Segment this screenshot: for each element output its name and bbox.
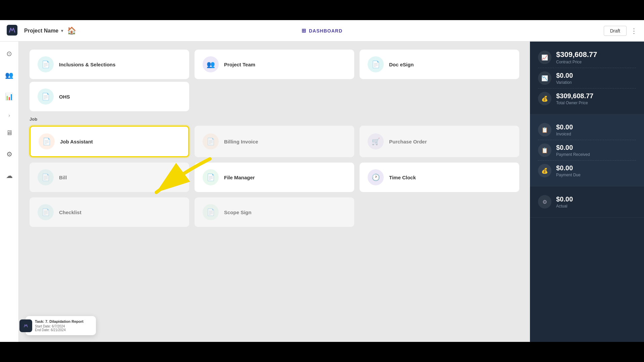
- draft-button[interactable]: Draft: [604, 26, 627, 36]
- sidebar-icon-settings[interactable]: ⚙: [3, 147, 16, 161]
- tile-label-doc-esign: Doc eSign: [389, 62, 414, 67]
- tile-checklist[interactable]: 📄 Checklist: [30, 197, 189, 227]
- tile-icon-bg: 📄: [38, 56, 54, 72]
- variation-label: Variation: [556, 80, 573, 85]
- chevron-down-icon: ▾: [61, 28, 63, 33]
- sidebar-icon-analytics[interactable]: ⊙: [3, 47, 16, 60]
- esign-icon: 📄: [372, 60, 380, 68]
- payment-received-amount: $0.00: [556, 144, 590, 152]
- total-owner-price-label: Total Owner Price: [556, 101, 593, 105]
- tile-label-bill: Bill: [59, 175, 67, 180]
- tile-purchase-order[interactable]: 🛒 Purchase Order: [360, 126, 519, 157]
- tile-label-billing-invoice: Billing Invoice: [224, 139, 258, 144]
- home-icon[interactable]: 🏠: [67, 26, 76, 35]
- dashboard-label: DASHBOARD: [309, 28, 342, 34]
- contract-price-icon: 📈: [538, 51, 551, 64]
- total-owner-price-amount: $309,608.77: [556, 92, 593, 100]
- tile-label-file-manager: File Manager: [224, 175, 255, 180]
- sidebar-icon-team[interactable]: 👥: [3, 68, 16, 82]
- dashboard-button[interactable]: ⊞ DASHBOARD: [302, 27, 342, 34]
- tile-icon-bg: 🛒: [368, 133, 384, 149]
- variation-amount: $0.00: [556, 72, 573, 79]
- tile-project-team[interactable]: 👥 Project Team: [195, 50, 354, 79]
- task-tooltip: Task: 7. Dilapidation Report Start Date:…: [25, 316, 96, 335]
- tile-scope-sign[interactable]: 📄 Scope Sign: [195, 197, 354, 227]
- dashboard-grid-icon: ⊞: [302, 27, 306, 34]
- tile-icon-bg: 📄: [368, 56, 384, 72]
- tile-icon-bg: 🕐: [368, 169, 384, 185]
- invoiced-amount: $0.00: [556, 123, 573, 131]
- contract-price-info: $309,608.77 Contract Price: [556, 50, 597, 64]
- tile-job-assistant[interactable]: 📄 Job Assistant: [30, 126, 189, 157]
- main-layout: ⊙ 👥 📊 › 🖥 ⚙ ☁: [0, 42, 644, 342]
- tile-ohs[interactable]: 📄 OHS: [30, 82, 189, 111]
- total-owner-price-row: 💰 $309,608.77 Total Owner Price: [538, 88, 636, 109]
- payment-received-row: 📋 $0.00 Payment Received: [538, 140, 636, 160]
- tile-label-ohs: OHS: [59, 94, 70, 100]
- job-assistant-icon: 📄: [43, 137, 51, 145]
- chart-icon: 📊: [5, 93, 13, 101]
- actual-info: $0.00 Actual: [556, 195, 573, 208]
- tile-label-purchase-order: Purchase Order: [389, 139, 427, 144]
- tile-label-inclusions: Inclusions & Selections: [59, 62, 115, 67]
- invoiced-label: Invoiced: [556, 132, 573, 136]
- tile-icon-bg: 📄: [203, 169, 219, 185]
- sidebar-icon-cloud[interactable]: ☁: [3, 169, 16, 182]
- project-name-button[interactable]: Project Name ▾: [24, 28, 63, 34]
- project-name-label: Project Name: [24, 28, 58, 34]
- cloud-icon: ☁: [6, 172, 13, 180]
- ohs-icon: 📄: [42, 93, 50, 101]
- task-start-date: Start Date: 6/7/2024: [35, 324, 84, 328]
- tile-file-manager[interactable]: 📄 File Manager: [195, 163, 354, 192]
- invoiced-row: 📋 $0.00 Invoiced: [538, 120, 636, 140]
- tile-icon-bg: 📄: [39, 133, 55, 149]
- task-end-date: End Date: 6/21/2024: [35, 328, 84, 332]
- actual-label: Actual: [556, 204, 573, 208]
- tile-icon-bg: 👥: [203, 56, 219, 72]
- payment-due-amount: $0.00: [556, 164, 581, 172]
- payment-due-row: 💰 $0.00 Payment Due: [538, 160, 636, 181]
- invoiced-card: 📋 $0.00 Invoiced 📋 $0.00 Payment Receive…: [530, 114, 644, 186]
- actual-row: ⚙ $0.00 Actual: [538, 192, 636, 212]
- billing-icon: 📄: [207, 137, 215, 145]
- section-documents: 📄 Inclusions & Selections 👥 Project Team…: [30, 50, 519, 79]
- job-section-label: Job: [30, 117, 519, 122]
- total-owner-price-info: $309,608.77 Total Owner Price: [556, 92, 593, 105]
- analytics-icon: ⊙: [6, 50, 12, 58]
- tile-label-checklist: Checklist: [59, 209, 82, 215]
- total-price-icon: 💰: [538, 92, 551, 105]
- payment-received-icon: 📋: [538, 143, 551, 157]
- clock-icon: 🕐: [372, 173, 380, 181]
- invoiced-icon: 📋: [538, 123, 551, 136]
- file-manager-icon: 📄: [207, 173, 215, 181]
- tile-billing-invoice[interactable]: 📄 Billing Invoice: [195, 126, 354, 157]
- main-content: 📄 Inclusions & Selections 👥 Project Team…: [19, 42, 530, 342]
- variation-info: $0.00 Variation: [556, 72, 573, 85]
- more-options-button[interactable]: ⋮: [631, 27, 637, 35]
- scope-sign-icon: 📄: [207, 208, 215, 216]
- tile-doc-esign[interactable]: 📄 Doc eSign: [360, 50, 519, 79]
- variation-row: 📉 $0.00 Variation: [538, 68, 636, 88]
- task-name: Task: 7. Dilapidation Report: [35, 319, 84, 323]
- sidebar-expand-button[interactable]: ›: [8, 113, 10, 118]
- task-tooltip-info: Task: 7. Dilapidation Report Start Date:…: [35, 319, 84, 332]
- document-icon: 📄: [42, 60, 50, 68]
- tile-label-job-assistant: Job Assistant: [60, 139, 93, 144]
- cart-icon: 🛒: [372, 137, 380, 145]
- team-icon: 👥: [207, 60, 215, 68]
- sidebar-icon-chart[interactable]: 📊: [3, 90, 16, 103]
- contract-price-top: 📈 $309,608.77 Contract Price: [538, 47, 636, 68]
- sidebar-icon-monitor[interactable]: 🖥: [3, 126, 16, 139]
- tile-time-clock[interactable]: 🕐 Time Clock: [360, 163, 519, 192]
- right-finance-panel: 📈 $309,608.77 Contract Price 📉 $0.00 Var…: [530, 42, 644, 342]
- tile-label-time-clock: Time Clock: [389, 175, 416, 180]
- contract-price-label: Contract Price: [556, 60, 597, 64]
- tile-inclusions-selections[interactable]: 📄 Inclusions & Selections: [30, 50, 189, 79]
- contract-price-card: 📈 $309,608.77 Contract Price 📉 $0.00 Var…: [530, 42, 644, 114]
- topbar: Project Name ▾ 🏠 ⊞ DASHBOARD Draft ⋮: [0, 20, 644, 42]
- tile-bill[interactable]: 📄 Bill: [30, 163, 189, 192]
- variation-icon: 📉: [538, 71, 551, 85]
- payment-received-label: Payment Received: [556, 152, 590, 157]
- tile-icon-bg: 📄: [38, 169, 54, 185]
- section-files: 📄 Bill 📄 File Manager 🕐: [30, 163, 519, 192]
